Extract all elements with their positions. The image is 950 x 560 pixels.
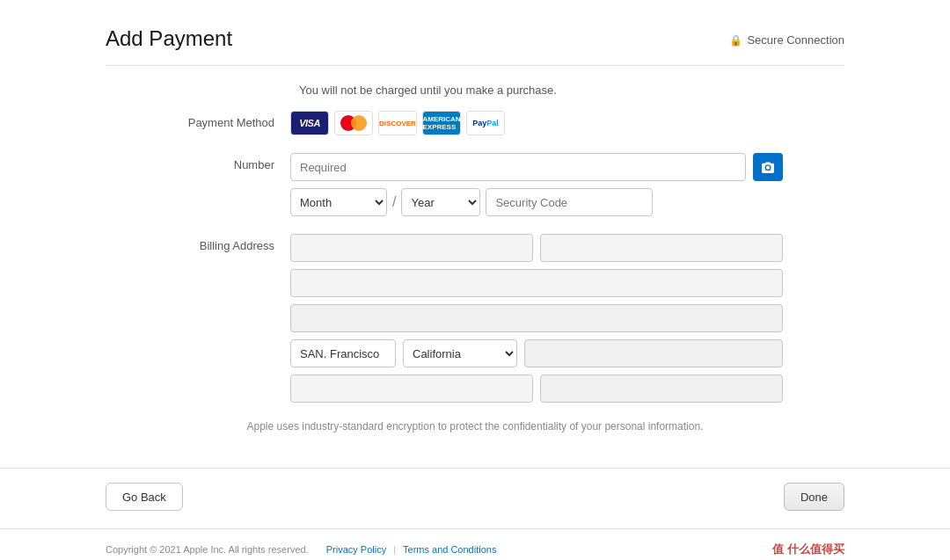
month-select[interactable]: Month 010203 040506 070809 101112 bbox=[290, 188, 387, 216]
number-input-wrap bbox=[290, 153, 746, 181]
lock-icon: 🔒 bbox=[729, 34, 742, 47]
billing-phone-1 bbox=[290, 375, 533, 403]
footer-links: Privacy Policy | Terms and Conditions bbox=[326, 544, 497, 555]
card-number-section: Number Month 010203 0 bbox=[106, 153, 844, 216]
visa-icon: VISA bbox=[290, 111, 329, 135]
secure-connection: 🔒 Secure Connection bbox=[729, 33, 844, 47]
footer: Copyright © 2021 Apple Inc. All rights r… bbox=[0, 528, 950, 560]
done-button[interactable]: Done bbox=[784, 483, 844, 511]
number-content: Month 010203 040506 070809 101112 / Year… bbox=[290, 153, 783, 216]
expiry-row: Month 010203 040506 070809 101112 / Year… bbox=[290, 188, 783, 216]
button-divider bbox=[0, 468, 950, 469]
amex-icon: AMERICANEXPRESS bbox=[422, 111, 461, 135]
billing-inputs: California AlabamaAlaskaArizona New York… bbox=[290, 234, 783, 403]
billing-address-label: Billing Address bbox=[106, 234, 290, 252]
number-label: Number bbox=[106, 153, 290, 171]
billing-last-row bbox=[290, 375, 783, 403]
secure-label: Secure Connection bbox=[747, 33, 844, 47]
terms-link[interactable]: Terms and Conditions bbox=[403, 544, 496, 555]
discover-icon: DISCOVER bbox=[378, 111, 417, 135]
copyright-text: Copyright © 2021 Apple Inc. All rights r… bbox=[106, 544, 309, 555]
camera-button[interactable] bbox=[753, 153, 783, 181]
billing-phone-2 bbox=[540, 375, 783, 403]
billing-city-row: California AlabamaAlaskaArizona New York… bbox=[290, 339, 783, 367]
billing-address-row: Billing Address California AlabamaAlaska… bbox=[106, 234, 844, 403]
payment-method-label: Payment Method bbox=[106, 111, 290, 129]
camera-icon bbox=[760, 161, 776, 173]
payment-method-row: Payment Method VISA DISCOVER AMERICANEXP… bbox=[106, 111, 844, 135]
paypal-icon: PayPal bbox=[466, 111, 505, 135]
billing-address-section: Billing Address California AlabamaAlaska… bbox=[106, 234, 844, 403]
billing-field-2 bbox=[540, 234, 783, 262]
card-number-input[interactable] bbox=[290, 153, 746, 181]
encryption-notice: Apple uses industry-standard encryption … bbox=[106, 420, 844, 433]
year-select[interactable]: Year 202120222023 202420252026 202720282… bbox=[401, 188, 480, 216]
go-back-button[interactable]: Go Back bbox=[106, 483, 183, 511]
payment-method-section: Payment Method VISA DISCOVER AMERICANEXP… bbox=[106, 111, 844, 135]
privacy-policy-link[interactable]: Privacy Policy bbox=[326, 544, 386, 555]
page-title: Add Payment bbox=[106, 26, 232, 51]
mastercard-icon bbox=[334, 111, 373, 135]
slash-separator: / bbox=[392, 194, 396, 210]
header-row: Add Payment 🔒 Secure Connection bbox=[106, 26, 844, 66]
payment-icons: VISA DISCOVER AMERICANEXPRESS PayPal bbox=[290, 111, 783, 135]
watermark: 值 什么值得买 bbox=[772, 542, 844, 557]
number-row: Number Month 010203 0 bbox=[106, 153, 844, 216]
billing-field-1 bbox=[290, 234, 533, 262]
button-row: Go Back Done bbox=[0, 483, 950, 528]
billing-field-4 bbox=[290, 304, 783, 332]
number-input-row bbox=[290, 153, 783, 181]
state-select[interactable]: California AlabamaAlaskaArizona New York… bbox=[403, 339, 517, 367]
billing-row-1 bbox=[290, 234, 783, 262]
zip-input bbox=[524, 339, 783, 367]
security-code-input[interactable] bbox=[486, 188, 653, 216]
footer-sep: | bbox=[393, 544, 396, 555]
notice-text: You will not be charged until you make a… bbox=[299, 84, 844, 97]
main-container: Add Payment 🔒 Secure Connection You will… bbox=[0, 0, 950, 468]
billing-field-3 bbox=[290, 269, 783, 297]
city-input[interactable] bbox=[290, 339, 396, 367]
